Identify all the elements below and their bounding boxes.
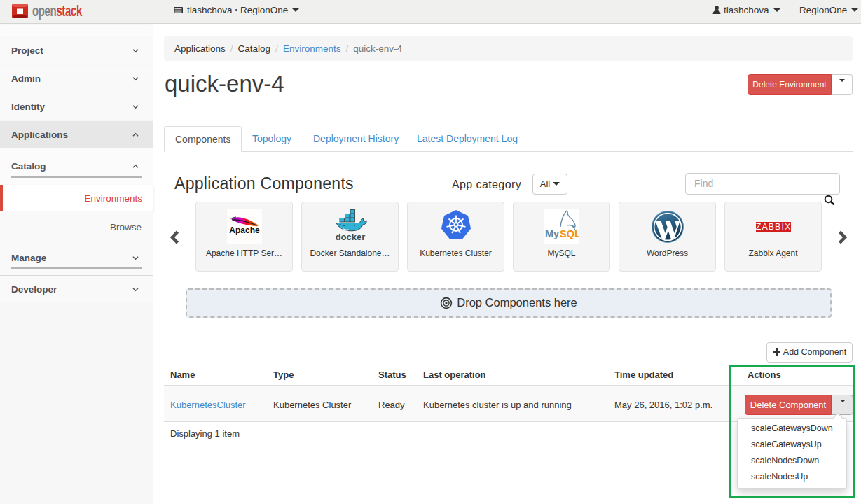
svg-text:Apache: Apache	[229, 225, 260, 235]
svg-text:docker: docker	[335, 232, 365, 242]
svg-text:ZABBIX: ZABBIX	[755, 222, 790, 232]
svg-text:My: My	[545, 228, 559, 239]
